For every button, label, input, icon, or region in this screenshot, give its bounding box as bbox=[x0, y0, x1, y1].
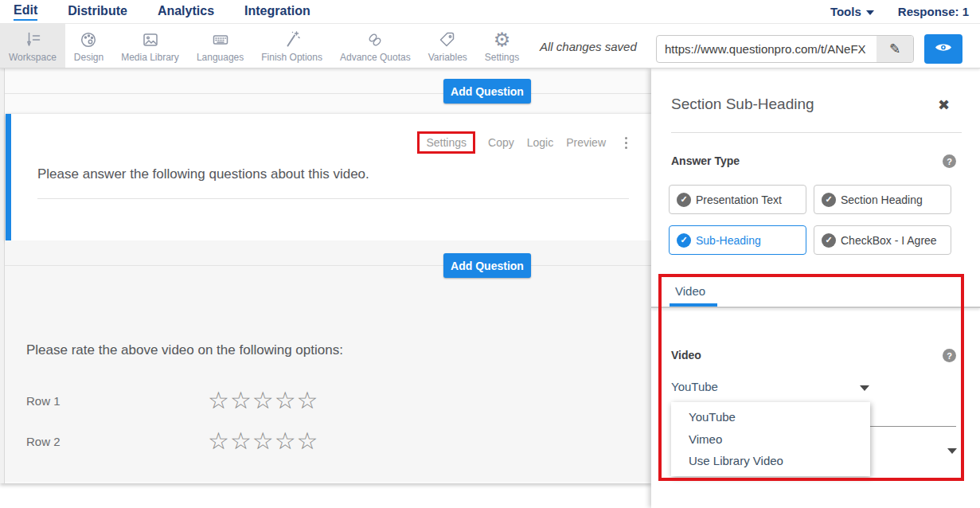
eye-icon bbox=[935, 41, 952, 57]
toolbar-item-label: Languages bbox=[197, 52, 244, 63]
toolbar-item-label: Finish Options bbox=[261, 52, 322, 63]
nav-tab-analytics[interactable]: Analytics bbox=[158, 4, 214, 20]
toolbar-item-label: Variables bbox=[428, 52, 467, 63]
toolbar-item-label: Advance Quotas bbox=[340, 52, 411, 63]
survey-url-input[interactable] bbox=[657, 42, 877, 56]
top-nav: Edit Distribute Analytics Integration To… bbox=[0, 0, 980, 24]
add-question-button-top[interactable]: Add Question bbox=[443, 79, 531, 104]
check-circle-icon: ✓ bbox=[822, 193, 836, 207]
tools-menu[interactable]: Tools bbox=[830, 5, 874, 18]
check-circle-icon: ✓ bbox=[822, 233, 836, 248]
palette-icon bbox=[79, 29, 98, 50]
check-circle-icon: ✓ bbox=[677, 193, 691, 207]
question-preview-button[interactable]: Preview bbox=[566, 136, 606, 149]
question-settings-panel: Section Sub-Heading ✖ Answer Type ? ✓ Pr… bbox=[651, 68, 980, 508]
answer-type-presentation-text[interactable]: ✓ Presentation Text bbox=[669, 185, 806, 214]
rating-row-2: Row 2 ☆☆☆☆☆ bbox=[26, 428, 318, 455]
tab-video[interactable]: Video bbox=[675, 284, 705, 298]
answer-type-label-text: Presentation Text bbox=[696, 193, 782, 206]
survey-canvas: Add Question Settings Copy Logic Preview… bbox=[0, 68, 651, 483]
keyboard-icon bbox=[211, 29, 230, 50]
question-settings-button[interactable]: Settings bbox=[417, 131, 475, 154]
question-card-subheading[interactable]: Settings Copy Logic Preview Please answe… bbox=[6, 114, 651, 240]
wand-icon bbox=[283, 29, 302, 50]
section-divider bbox=[5, 93, 651, 94]
toolbar-item-label: Settings bbox=[485, 52, 519, 63]
answer-type-label: Answer Type bbox=[671, 154, 740, 167]
workspace-icon bbox=[23, 29, 42, 50]
rating-question-text[interactable]: Please rate the above video on the follo… bbox=[26, 342, 343, 358]
section-divider bbox=[5, 265, 651, 266]
question-section-rating: Please rate the above video on the follo… bbox=[5, 240, 651, 482]
toolbar-item-workspace[interactable]: Workspace bbox=[0, 24, 65, 68]
row-label: Row 1 bbox=[26, 394, 208, 408]
video-field-label: Video bbox=[671, 349, 701, 361]
question-underline bbox=[37, 198, 629, 199]
toolbar-item-settings[interactable]: ⚙ Settings bbox=[476, 24, 528, 68]
toolbar-item-languages[interactable]: Languages bbox=[188, 24, 252, 68]
tabbar-border bbox=[651, 307, 980, 308]
star-rating-icons[interactable]: ☆☆☆☆☆ bbox=[208, 389, 318, 412]
nav-tab-distribute[interactable]: Distribute bbox=[68, 4, 127, 20]
answer-type-checkbox-agree[interactable]: ✓ CheckBox - I Agree bbox=[814, 225, 951, 255]
pencil-icon: ✎ bbox=[889, 41, 900, 57]
panel-title: Section Sub-Heading bbox=[671, 96, 814, 113]
image-icon bbox=[141, 29, 160, 50]
panel-divider bbox=[671, 132, 962, 133]
dropdown-option-youtube[interactable]: YouTube bbox=[671, 410, 870, 424]
chevron-down-icon[interactable] bbox=[860, 385, 869, 391]
answer-type-section-heading[interactable]: ✓ Section Heading bbox=[814, 185, 951, 214]
kebab-menu-icon[interactable] bbox=[623, 135, 629, 150]
toolbar-item-label: Workspace bbox=[9, 52, 57, 63]
edit-url-button[interactable]: ✎ bbox=[877, 36, 913, 62]
tools-label: Tools bbox=[830, 5, 861, 18]
answer-type-label-text: Section Heading bbox=[841, 193, 923, 206]
answer-type-label-text: Sub-Heading bbox=[696, 234, 761, 247]
toolbar-item-finish-options[interactable]: Finish Options bbox=[252, 24, 331, 68]
chevron-down-icon bbox=[866, 10, 874, 15]
tag-icon bbox=[438, 29, 457, 50]
add-question-button-bottom[interactable]: Add Question bbox=[443, 253, 531, 278]
survey-url-box: ✎ bbox=[656, 35, 914, 63]
row-label: Row 2 bbox=[26, 435, 208, 448]
gear-icon: ⚙ bbox=[494, 29, 511, 50]
nav-tab-edit[interactable]: Edit bbox=[14, 3, 37, 21]
preview-survey-button[interactable] bbox=[924, 34, 962, 64]
rating-row-1: Row 1 ☆☆☆☆☆ bbox=[26, 387, 318, 414]
question-copy-button[interactable]: Copy bbox=[488, 136, 514, 149]
toolbar-item-label: Media Library bbox=[121, 52, 179, 63]
save-status: All changes saved bbox=[540, 24, 637, 68]
help-icon[interactable]: ? bbox=[943, 154, 956, 168]
nav-right: Tools Response: 1 bbox=[830, 5, 980, 18]
toolbar-item-media-library[interactable]: Media Library bbox=[112, 24, 188, 68]
star-rating-icons[interactable]: ☆☆☆☆☆ bbox=[208, 429, 318, 453]
response-count[interactable]: Response: 1 bbox=[898, 5, 969, 18]
question-text[interactable]: Please answer the following questions ab… bbox=[37, 166, 369, 182]
question-logic-button[interactable]: Logic bbox=[527, 136, 553, 149]
answer-type-label-text: CheckBox - I Agree bbox=[841, 234, 937, 247]
nav-tab-integration[interactable]: Integration bbox=[244, 4, 310, 20]
dropdown-option-vimeo[interactable]: Vimeo bbox=[671, 432, 870, 447]
answer-type-sub-heading[interactable]: ✓ Sub-Heading bbox=[669, 225, 806, 255]
toolbar-item-label: Design bbox=[74, 52, 103, 63]
toolbar-item-advance-quotas[interactable]: Advance Quotas bbox=[331, 24, 420, 68]
help-icon[interactable]: ? bbox=[943, 349, 956, 362]
video-source-select[interactable]: YouTube bbox=[671, 380, 718, 393]
chevron-down-icon[interactable] bbox=[947, 448, 957, 454]
toolbar-item-variables[interactable]: Variables bbox=[420, 24, 476, 68]
dropdown-option-library-video[interactable]: Use Library Video bbox=[671, 454, 870, 468]
close-icon[interactable]: ✖ bbox=[938, 96, 950, 114]
chain-icon bbox=[365, 29, 385, 50]
video-source-dropdown-menu: YouTube Vimeo Use Library Video bbox=[671, 402, 870, 476]
nav-tabs: Edit Distribute Analytics Integration bbox=[0, 3, 310, 21]
question-actions: Settings Copy Logic Preview bbox=[417, 131, 629, 154]
check-circle-icon: ✓ bbox=[677, 233, 691, 248]
toolbar-item-design[interactable]: Design bbox=[65, 24, 112, 68]
